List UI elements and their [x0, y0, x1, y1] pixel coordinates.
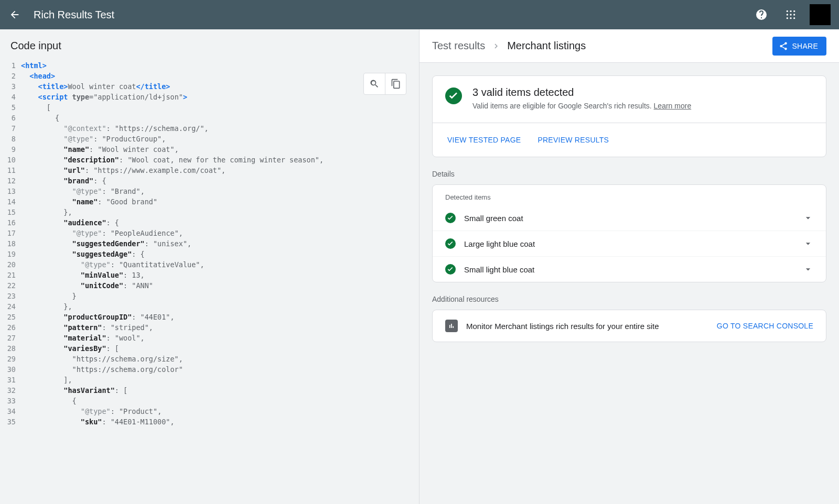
check-circle-icon [445, 213, 456, 223]
code-line: 33 { [0, 396, 419, 406]
detected-items-card: Detected items Small green coatLarge lig… [432, 184, 826, 282]
svg-point-0 [787, 10, 788, 12]
results-header: Test results Merchant listings SHARE [420, 29, 839, 63]
chevron-down-icon [803, 213, 813, 223]
resource-card: Monitor Merchant listings rich results f… [432, 310, 826, 342]
code-line: 5 [ [0, 102, 419, 113]
breadcrumb-root[interactable]: Test results [432, 40, 485, 52]
svg-point-2 [793, 10, 795, 12]
detected-item-row[interactable]: Large light blue coat [433, 231, 826, 256]
detected-item-row[interactable]: Small green coat [433, 205, 826, 231]
account-avatar[interactable] [810, 4, 831, 25]
code-line: 16 "audience": { [0, 217, 419, 228]
code-line: 15 }, [0, 207, 419, 217]
view-tested-page-button[interactable]: VIEW TESTED PAGE [445, 132, 523, 148]
code-line: 8 "@type": "ProductGroup", [0, 134, 419, 144]
app-title: Rich Results Test [34, 9, 751, 21]
code-line: 30 "https://schema.org/color" [0, 364, 419, 375]
code-line: 7 "@context": "https://schema.org/", [0, 123, 419, 134]
svg-point-4 [790, 14, 791, 15]
code-line: 29 "https://schema.org/size", [0, 354, 419, 364]
code-line: 21 "minValue": 13, [0, 270, 419, 280]
check-circle-icon [445, 87, 462, 104]
app-header: Rich Results Test [0, 0, 839, 29]
code-line: 25 "productGroupID": "44E01", [0, 312, 419, 322]
chevron-down-icon [803, 264, 813, 275]
code-line: 32 "hasVariant": [ [0, 385, 419, 396]
chevron-down-icon [803, 238, 813, 249]
detected-item-row[interactable]: Small light blue coat [433, 256, 826, 282]
summary-subtitle: Valid items are eligible for Google Sear… [472, 102, 691, 110]
code-line: 27 "material": "wool", [0, 333, 419, 343]
details-section-label: Details [432, 170, 826, 178]
code-line: 23 } [0, 291, 419, 301]
help-button[interactable] [751, 4, 772, 25]
code-line: 13 "@type": "Brand", [0, 186, 419, 196]
preview-results-button[interactable]: PREVIEW RESULTS [535, 132, 611, 148]
detected-item-name: Small green coat [464, 214, 794, 223]
code-line: 19 "suggestedAge": { [0, 249, 419, 259]
check-circle-icon [445, 264, 456, 275]
breadcrumb: Test results Merchant listings [432, 40, 772, 52]
code-line: 35 "sku": "44E01-M11000", [0, 417, 419, 427]
svg-point-7 [790, 17, 791, 19]
detected-item-name: Small light blue coat [464, 265, 794, 274]
svg-point-6 [787, 17, 788, 19]
breadcrumb-leaf: Merchant listings [507, 40, 586, 52]
code-line: 24 }, [0, 301, 419, 312]
resource-text: Monitor Merchant listings rich results f… [466, 322, 708, 331]
share-icon [779, 41, 788, 51]
summary-title: 3 valid items detected [472, 86, 691, 98]
code-line: 14 "name": "Good brand" [0, 196, 419, 207]
code-line: 2 <head> [0, 71, 419, 81]
apps-button[interactable] [780, 4, 801, 25]
back-button[interactable] [8, 8, 21, 21]
code-line: 22 "unitCode": "ANN" [0, 280, 419, 291]
svg-point-5 [793, 14, 795, 15]
code-editor[interactable]: 1<html>2 <head>3 <title>Wool winter coat… [0, 60, 419, 504]
code-line: 20 "@type": "QuantitativeValue", [0, 259, 419, 270]
results-panel: Test results Merchant listings SHARE 3 v… [420, 29, 839, 504]
code-line: 4 <script type="application/ld+json"> [0, 92, 419, 102]
code-line: 34 "@type": "Product", [0, 406, 419, 417]
code-line: 18 "suggestedGender": "unisex", [0, 238, 419, 249]
code-line: 3 <title>Wool winter coat</title> [0, 81, 419, 92]
svg-point-8 [793, 17, 795, 19]
summary-card: 3 valid items detected Valid items are e… [432, 75, 826, 157]
code-line: 31 ], [0, 375, 419, 385]
code-input-heading: Code input [0, 29, 419, 60]
detected-item-name: Large light blue coat [464, 239, 794, 248]
code-line: 9 "name": "Wool winter coat", [0, 144, 419, 155]
learn-more-link[interactable]: Learn more [654, 102, 692, 110]
go-to-search-console-link[interactable]: GO TO SEARCH CONSOLE [717, 322, 813, 330]
share-button-label: SHARE [792, 42, 818, 50]
code-line: 1<html> [0, 60, 419, 71]
check-circle-icon [445, 238, 456, 249]
svg-point-3 [787, 14, 788, 15]
share-button[interactable]: SHARE [772, 37, 826, 56]
svg-point-1 [790, 10, 791, 12]
code-line: 28 "variesBy": [ [0, 343, 419, 354]
code-line: 11 "url": "https://www.example.com/coat"… [0, 165, 419, 176]
detected-items-heading: Detected items [433, 185, 826, 205]
code-input-panel: Code input 1<html>2 <head>3 <title>Wool … [0, 29, 420, 504]
copy-code-button[interactable] [385, 73, 406, 94]
bar-chart-icon [445, 320, 458, 332]
search-code-button[interactable] [364, 73, 385, 94]
code-line: 26 "pattern": "striped", [0, 322, 419, 333]
code-line: 6 { [0, 113, 419, 123]
chevron-right-icon [491, 41, 501, 51]
code-line: 10 "description": "Wool coat, new for th… [0, 155, 419, 165]
additional-resources-label: Additional resources [432, 295, 826, 303]
code-line: 17 "@type": "PeopleAudience", [0, 228, 419, 238]
code-line: 12 "brand": { [0, 176, 419, 186]
